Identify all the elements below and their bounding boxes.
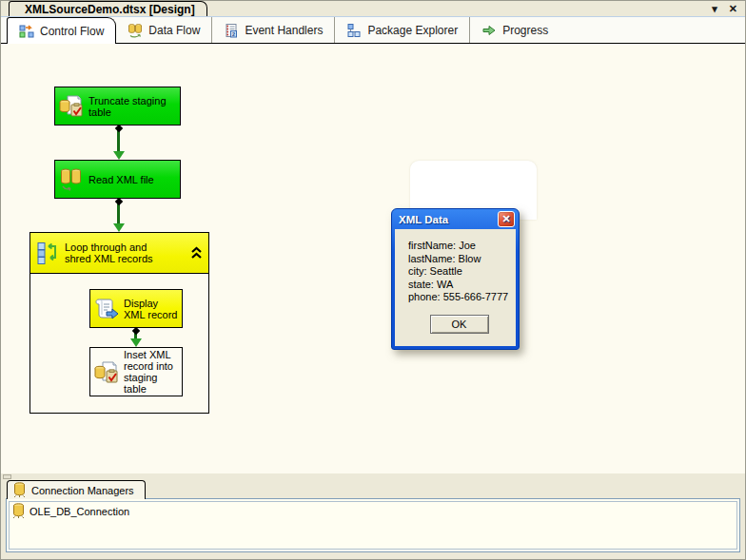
tab-event-handlers[interactable]: 2 Event Handlers xyxy=(212,17,335,43)
dialog-line: state: WA xyxy=(408,279,510,292)
execute-sql-icon xyxy=(58,93,84,119)
connection-manager-item[interactable]: OLE_DB_Connection xyxy=(7,499,739,519)
arrow-shaft xyxy=(117,203,120,223)
task-truncate-staging-table[interactable]: Truncate staging table xyxy=(54,87,181,126)
arrow-head xyxy=(113,223,125,232)
document-tab-row: XMLSourceDemo.dtsx [Design] ▾ ✕ xyxy=(1,1,745,16)
connection-cylinder-icon xyxy=(11,503,26,519)
collapse-chevron-icon[interactable] xyxy=(187,243,205,262)
tab-package-explorer[interactable]: Package Explorer xyxy=(335,17,470,43)
tab-progress[interactable]: Progress xyxy=(470,17,560,43)
foreach-loop-header[interactable]: Loop through and shred XML records xyxy=(30,233,208,274)
close-icon[interactable]: ✕ xyxy=(729,4,737,14)
control-flow-canvas[interactable]: Loop through and shred XML records xyxy=(1,44,745,473)
dialog-line: lastName: Blow xyxy=(408,253,510,266)
connection-managers-tab-label: Connection Managers xyxy=(31,485,134,496)
container-label: Loop through and shred XML records xyxy=(65,241,167,264)
arrow-source-diamond xyxy=(114,125,122,132)
dropdown-arrow-icon[interactable]: ▾ xyxy=(712,4,717,14)
task-label: Display XML record xyxy=(124,298,179,320)
progress-icon xyxy=(481,23,497,38)
tab-label: Control Flow xyxy=(40,25,104,38)
event-handlers-icon: 2 xyxy=(224,23,239,38)
document-tab[interactable]: XMLSourceDemo.dtsx [Design] xyxy=(9,1,207,16)
arrow-shaft xyxy=(117,130,120,151)
dialog-body: firstName: Joe lastName: Blow city: Seat… xyxy=(395,229,516,346)
dialog-line: phone: 555-666-7777 xyxy=(408,291,510,304)
data-flow-task-icon xyxy=(58,166,84,192)
document-tab-label: XMLSourceDemo.dtsx [Design] xyxy=(25,3,195,16)
task-label: Inset XML record into staging table xyxy=(124,349,179,395)
connection-managers-tab[interactable]: Connection Managers xyxy=(7,480,146,499)
tab-control-flow[interactable]: Control Flow xyxy=(7,17,116,44)
execute-sql-icon xyxy=(93,359,119,385)
tab-label: Progress xyxy=(502,24,548,37)
designer-tab-strip: Control Flow Data Flow 2 Event Ha xyxy=(1,16,745,44)
tab-data-flow[interactable]: Data Flow xyxy=(116,17,212,43)
dialog-close-icon[interactable]: ✕ xyxy=(498,211,515,227)
window-controls: ▾ ✕ xyxy=(712,2,737,15)
connection-managers-panel: Connection Managers OLE_DB_Connection xyxy=(1,473,745,559)
task-insert-xml-record[interactable]: Inset XML record into staging table xyxy=(89,347,183,396)
task-label: Truncate staging table xyxy=(88,95,177,118)
precedence-arrow[interactable] xyxy=(129,328,142,347)
splitter-grip[interactable] xyxy=(3,474,11,479)
arrow-source-diamond xyxy=(131,327,139,335)
data-flow-icon xyxy=(128,23,143,38)
task-display-xml-record[interactable]: Display XML record xyxy=(89,289,183,328)
foreach-loop-icon xyxy=(34,241,60,266)
connection-managers-list[interactable]: OLE_DB_Connection xyxy=(6,498,740,552)
script-task-icon xyxy=(93,296,119,321)
designer-window: XMLSourceDemo.dtsx [Design] ▾ ✕ Control … xyxy=(0,0,746,560)
svg-text:2: 2 xyxy=(232,30,235,36)
arrow-head xyxy=(130,338,142,347)
connection-manager-name: OLE_DB_Connection xyxy=(29,506,129,517)
precedence-arrow[interactable] xyxy=(112,126,125,160)
dialog-title: XML Data xyxy=(399,214,448,225)
dialog-title-bar[interactable]: XML Data ✕ xyxy=(395,209,516,229)
xml-data-dialog: XML Data ✕ firstName: Joe lastName: Blow… xyxy=(391,208,520,350)
package-explorer-icon xyxy=(346,23,362,38)
tab-label: Event Handlers xyxy=(245,24,323,37)
arrow-source-diamond xyxy=(114,198,122,205)
dialog-line: firstName: Joe xyxy=(408,240,510,253)
dialog-line: city: Seattle xyxy=(408,265,510,279)
tab-label: Data Flow xyxy=(148,24,200,37)
connection-cylinder-icon xyxy=(12,482,27,498)
precedence-arrow[interactable] xyxy=(112,199,125,232)
arrow-head xyxy=(113,151,125,160)
control-flow-icon xyxy=(19,24,34,39)
task-read-xml-file[interactable]: Read XML file xyxy=(54,160,181,199)
tab-label: Package Explorer xyxy=(367,24,458,37)
ok-button[interactable]: OK xyxy=(430,315,489,334)
task-label: Read XML file xyxy=(88,174,154,185)
